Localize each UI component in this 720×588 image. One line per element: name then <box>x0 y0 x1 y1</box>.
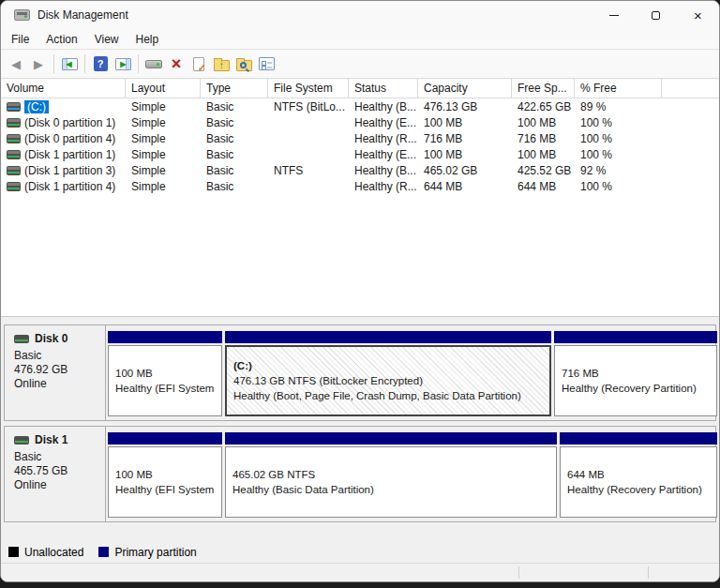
minimize-button[interactable] <box>592 1 635 29</box>
volume-list-header: Volume Layout Type File System Status Ca… <box>1 79 719 98</box>
window-title: Disk Management <box>38 8 128 22</box>
toolbar-separator <box>138 54 139 73</box>
volume-name: (Disk 1 partition 1) <box>24 148 115 161</box>
cell-type: Basic <box>201 132 268 145</box>
menu-view[interactable]: View <box>86 31 128 48</box>
disk0-partition-efi[interactable]: 100 MB Healthy (EFI System <box>108 331 222 416</box>
volume-drive-icon <box>7 118 21 128</box>
show-action-pane-button[interactable]: ▶ <box>112 53 134 75</box>
volume-row-disk1-part4[interactable]: (Disk 1 partition 4) Simple Basic Health… <box>1 178 719 194</box>
disk-icon <box>14 335 29 343</box>
partition-status: Healthy (Recovery Partition) <box>567 482 710 497</box>
toolbar-separator <box>53 54 54 73</box>
disk0-partition-c[interactable]: (C:) 476.13 GB NTFS (BitLocker Encrypted… <box>225 331 551 416</box>
primary-partition-bar <box>554 331 717 343</box>
cell-layout: Simple <box>126 164 201 177</box>
column-header-free-space[interactable]: Free Sp... <box>512 79 575 98</box>
volume-row-disk1-part3[interactable]: (Disk 1 partition 3) Simple Basic NTFS H… <box>1 162 719 178</box>
partition-status: Healthy (Recovery Partition) <box>562 381 710 396</box>
disk-kind: Basic <box>14 349 101 363</box>
properties-button[interactable] <box>255 53 278 75</box>
disk-management-window: Disk Management × File Action View Help … <box>0 0 720 582</box>
disk-kind: Basic <box>14 450 101 464</box>
column-header-pct-free[interactable]: % Free <box>575 79 662 98</box>
disk1-partition-efi[interactable]: 100 MB Healthy (EFI System <box>108 432 222 518</box>
back-button[interactable]: ◀ <box>5 53 27 75</box>
drive-device-icon <box>145 60 162 68</box>
folder-up-icon: ↑ <box>214 60 230 71</box>
volume-row-disk1-part1[interactable]: (Disk 1 partition 1) Simple Basic Health… <box>1 146 719 162</box>
column-header-capacity[interactable]: Capacity <box>418 79 512 98</box>
partition-status: Healthy (EFI System <box>115 482 215 497</box>
disk-1-label-panel[interactable]: Disk 1 Basic 465.75 GB Online <box>5 427 106 521</box>
cell-capacity: 100 MB <box>418 148 512 161</box>
cell-free-space: 716 MB <box>512 132 575 145</box>
delete-volume-button[interactable]: × <box>165 53 188 75</box>
disk1-partition-recovery[interactable]: 644 MB Healthy (Recovery Partition) <box>560 432 717 518</box>
disk1-partition-data[interactable]: 465.02 GB NTFS Healthy (Basic Data Parti… <box>225 432 557 518</box>
cell-status: Healthy (E... <box>349 116 418 129</box>
cell-pct-free: 92 % <box>575 164 662 177</box>
close-icon: × <box>694 8 702 23</box>
cell-layout: Simple <box>126 148 201 161</box>
folder-up-button[interactable]: ↑ <box>210 53 232 75</box>
cell-status: Healthy (B... <box>349 164 418 177</box>
cell-free-space: 422.65 GB <box>512 100 575 113</box>
disk-1-partitions: 100 MB Healthy (EFI System 465.02 GB NTF… <box>106 427 719 521</box>
disk-1-row: Disk 1 Basic 465.75 GB Online 100 MB Hea… <box>4 426 716 522</box>
disk-0-label-panel[interactable]: Disk 0 Basic 476.92 GB Online <box>5 325 106 420</box>
status-bar <box>1 563 719 581</box>
partition-size: 100 MB <box>115 366 215 381</box>
disk0-partition-recovery[interactable]: 716 MB Healthy (Recovery Partition) <box>554 331 717 416</box>
column-header-status[interactable]: Status <box>349 79 418 98</box>
volume-drive-icon <box>7 102 21 112</box>
column-header-layout[interactable]: Layout <box>126 79 201 98</box>
disk-size: 476.92 GB <box>14 363 101 377</box>
volume-name: (C:) <box>24 100 49 113</box>
volume-name: (Disk 1 partition 3) <box>24 164 115 177</box>
check-document-button[interactable] <box>188 53 210 75</box>
app-disk-icon <box>14 9 30 21</box>
cell-file-system: NTFS <box>268 164 349 177</box>
cell-file-system: NTFS (BitLo... <box>268 100 349 113</box>
column-header-file-system[interactable]: File System <box>268 79 349 98</box>
partition-size: 465.02 GB NTFS <box>232 467 549 482</box>
maximize-button[interactable] <box>635 1 677 29</box>
forward-button[interactable]: ▶ <box>27 53 50 75</box>
menu-file[interactable]: File <box>3 31 38 48</box>
partition-status: Healthy (Boot, Page File, Crash Dump, Ba… <box>233 388 543 403</box>
column-header-type[interactable]: Type <box>201 79 268 98</box>
close-button[interactable]: × <box>677 1 719 29</box>
disk-state: Online <box>14 478 101 492</box>
volume-row-disk0-part4[interactable]: (Disk 0 partition 4) Simple Basic Health… <box>1 130 719 146</box>
back-arrow-icon: ◀ <box>11 57 21 71</box>
disk-state: Online <box>14 377 101 391</box>
cell-type: Basic <box>201 148 268 161</box>
menu-help[interactable]: Help <box>128 31 168 48</box>
cell-pct-free: 89 % <box>575 100 662 113</box>
folder-search-button[interactable] <box>232 53 255 75</box>
disk-0-partitions: 100 MB Healthy (EFI System (C:) 476.13 G… <box>106 325 719 420</box>
menu-action[interactable]: Action <box>38 31 85 48</box>
legend-label: Unallocated <box>24 546 83 559</box>
volume-list: Volume Layout Type File System Status Ca… <box>1 79 719 317</box>
partition-size: 476.13 GB NTFS (BitLocker Encrypted) <box>233 373 543 388</box>
toolbar: ◀ ▶ ◀ ? ▶ × ↑ <box>1 50 719 79</box>
title-bar: Disk Management × <box>1 1 719 29</box>
partition-status: Healthy (EFI System <box>115 381 215 396</box>
cell-pct-free: 100 % <box>575 148 662 161</box>
volume-row-c[interactable]: (C:) Simple Basic NTFS (BitLo... Healthy… <box>1 98 719 114</box>
volume-row-disk0-part1[interactable]: (Disk 0 partition 1) Simple Basic Health… <box>1 114 719 130</box>
volume-drive-icon <box>7 182 21 191</box>
cell-status: Healthy (R... <box>349 180 418 193</box>
graphical-view: Disk 0 Basic 476.92 GB Online 100 MB Hea… <box>1 317 719 563</box>
help-button[interactable]: ? <box>89 53 112 75</box>
column-header-filler <box>662 79 719 98</box>
unallocated-swatch <box>8 547 19 557</box>
drive-device-button[interactable] <box>142 53 165 75</box>
primary-partition-swatch <box>98 547 109 557</box>
disk-name: Disk 0 <box>35 332 68 346</box>
column-header-volume[interactable]: Volume <box>1 79 126 98</box>
show-console-tree-button[interactable]: ◀ <box>58 53 81 75</box>
cell-layout: Simple <box>126 132 201 145</box>
